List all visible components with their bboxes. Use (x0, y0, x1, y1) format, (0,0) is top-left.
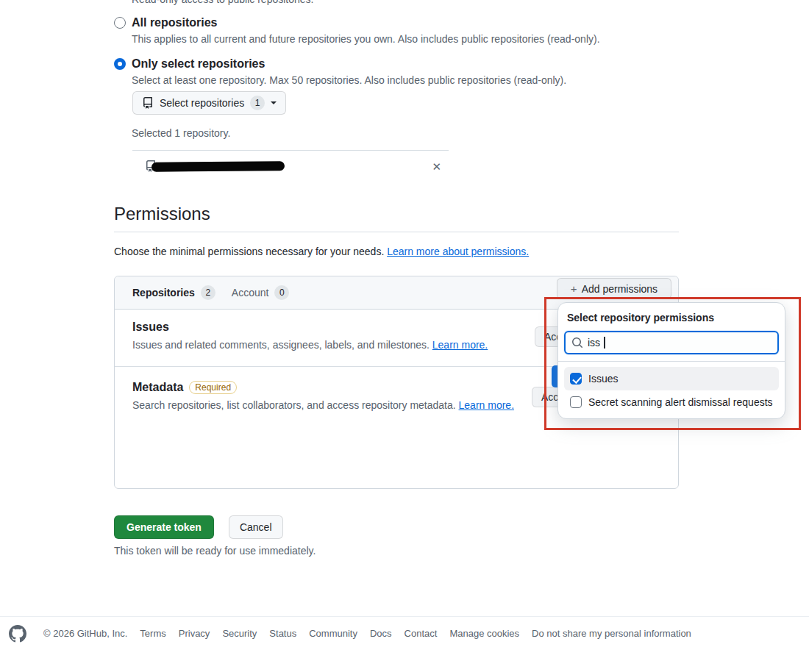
radio-only-select-repositories[interactable] (114, 58, 126, 70)
popup-item-secret-scanning[interactable]: Secret scanning alert dismissal requests (564, 390, 779, 414)
footer-link-contact[interactable]: Contact (404, 628, 438, 639)
footer-link-security[interactable]: Security (222, 628, 257, 639)
add-permissions-label: Add permissions (582, 283, 658, 295)
clipped-description-text: Read-only access to public repositories. (132, 0, 313, 5)
page-footer: © 2026 GitHub, Inc. Terms Privacy Securi… (0, 616, 809, 650)
option-description: Select at least one repository. Max 50 r… (132, 74, 680, 87)
footer-link-manage-cookies[interactable]: Manage cookies (449, 628, 519, 639)
popup-title: Select repository permissions (564, 312, 779, 324)
required-badge: Required (189, 381, 237, 394)
add-permissions-button[interactable]: + Add permissions (557, 278, 671, 299)
learn-more-permissions-link[interactable]: Learn more about permissions. (387, 246, 529, 257)
footer-link-docs[interactable]: Docs (370, 628, 392, 639)
tab-repositories[interactable]: Repositories 2 (132, 285, 215, 300)
redacted-repository-name (152, 161, 285, 172)
generate-token-button[interactable]: Generate token (114, 515, 214, 539)
repositories-count-badge: 2 (201, 285, 215, 300)
option-only-select-repositories: Only select repositories Select at least… (114, 57, 680, 87)
repo-icon (142, 97, 154, 109)
permissions-search-input[interactable] (566, 332, 777, 353)
selected-repositories-summary: Selected 1 repository. (132, 127, 230, 139)
cancel-button[interactable]: Cancel (229, 515, 283, 539)
popup-item-label: Issues (588, 373, 618, 385)
selected-count-badge: 1 (250, 96, 265, 110)
secret-scanning-checkbox[interactable] (570, 396, 582, 408)
select-repositories-label: Select repositories (160, 97, 244, 109)
plus-icon: + (571, 282, 577, 295)
permissions-search-box (564, 331, 779, 354)
issues-learn-more-link[interactable]: Learn more. (432, 339, 488, 351)
metadata-learn-more-link[interactable]: Learn more. (459, 399, 514, 411)
permissions-intro: Choose the minimal permissions necessary… (114, 246, 529, 257)
popup-divider (558, 361, 785, 362)
token-ready-note: This token will be ready for use immedia… (114, 545, 316, 557)
select-repositories-button[interactable]: Select repositories 1 (132, 91, 286, 115)
permissions-heading: Permissions (114, 204, 679, 232)
selected-repositories-list: ✕ (132, 150, 449, 182)
footer-link-do-not-share[interactable]: Do not share my personal information (532, 628, 691, 639)
radio-all-repositories[interactable] (114, 17, 126, 29)
footer-link-terms[interactable]: Terms (140, 628, 165, 639)
tab-account[interactable]: Account 0 (232, 285, 290, 300)
text-cursor (604, 337, 605, 348)
popup-item-issues[interactable]: Issues (564, 367, 779, 390)
footer-link-privacy[interactable]: Privacy (179, 628, 210, 639)
option-description: This applies to all current and future r… (132, 32, 680, 46)
permissions-intro-text: Choose the minimal permissions necessary… (114, 246, 384, 257)
search-icon (571, 337, 583, 348)
copyright-text: © 2026 GitHub, Inc. (43, 628, 127, 639)
account-count-badge: 0 (274, 285, 289, 300)
issues-checkbox[interactable] (570, 373, 582, 385)
option-all-repositories: All repositories This applies to all cur… (114, 15, 680, 46)
footer-link-status[interactable]: Status (269, 628, 296, 639)
repository-row: ✕ (132, 151, 449, 182)
form-actions: Generate token Cancel (114, 515, 283, 539)
github-logo-icon[interactable] (9, 625, 26, 643)
remove-repository-button[interactable]: ✕ (430, 160, 443, 174)
chevron-down-icon (271, 101, 277, 104)
footer-link-community[interactable]: Community (309, 628, 357, 639)
option-label: All repositories (132, 15, 680, 29)
repository-permissions-popup: Select repository permissions Issues Sec… (557, 302, 785, 419)
popup-item-label: Secret scanning alert dismissal requests (588, 396, 773, 408)
option-label: Only select repositories (132, 57, 680, 71)
